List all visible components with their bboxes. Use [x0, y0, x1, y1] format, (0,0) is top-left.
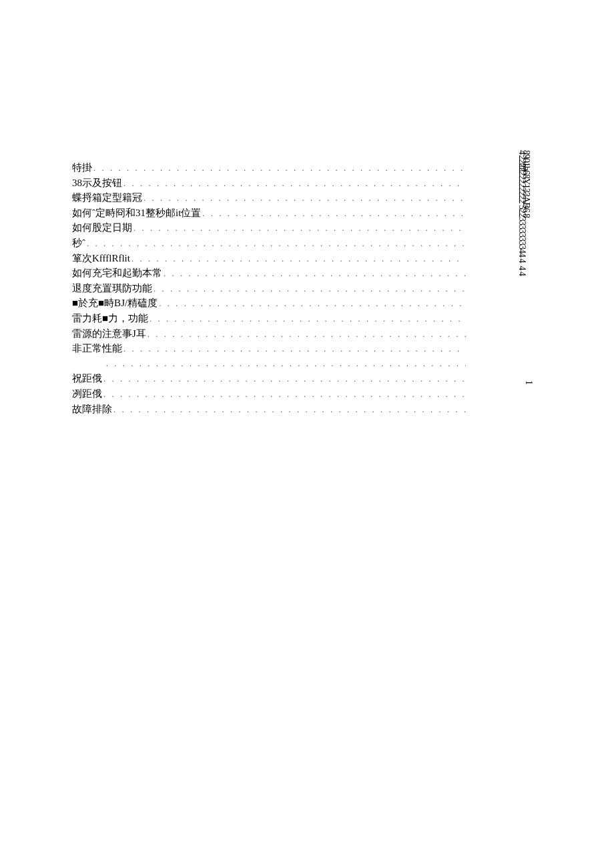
toc-label: 故障排除	[72, 403, 112, 416]
toc-label-empty	[72, 358, 105, 369]
toc-label: ■於充■畤BJ/精磕度	[72, 297, 158, 310]
toc-row: 如何充宅和起勤本常	[72, 267, 466, 282]
toc-dots	[85, 238, 466, 249]
toc-label: 如何股定日期	[72, 222, 132, 234]
toc-row: 箪次KffflRflit	[72, 252, 466, 268]
toc-dots	[122, 178, 466, 189]
toc-label: 冽距俄	[72, 388, 102, 400]
toc-label: 特掛	[72, 161, 92, 174]
toc-label: 如何ˆ定畤冏和31整秒邮it位置	[72, 207, 201, 220]
toc-dots	[102, 374, 466, 384]
toc-dots	[146, 329, 466, 340]
toc-dots	[201, 208, 466, 219]
toc-row: 雷源的注意事J耳	[72, 328, 466, 343]
toc-row: 38示及按钮	[72, 177, 466, 192]
toc-row: 非正常性能	[72, 342, 466, 358]
toc-label: 箪次KffflRflit	[72, 252, 130, 265]
toc-row: 如何ˆ定畤冏和31整秒邮it位置	[72, 207, 466, 222]
toc-row: 雷力耗■力，功能	[72, 312, 466, 328]
toc-dots	[102, 389, 466, 400]
toc-label: 雷源的注意事J耳	[72, 328, 146, 340]
toc-dots	[112, 404, 466, 415]
toc-dots	[142, 193, 466, 203]
toc-label: 祝距俄	[72, 372, 102, 385]
toc-row: 退度充置琪防功能	[72, 282, 466, 298]
toc-label: 退度充置琪防功能	[72, 282, 152, 295]
toc-row: 特掛	[72, 161, 466, 177]
toc-label: 秒ˆ	[72, 237, 85, 250]
toc-label: 38示及按钮	[72, 177, 122, 189]
toc-label: 雷力耗■力，功能	[72, 312, 148, 325]
toc-dots	[122, 344, 466, 354]
toc-row: 故障排除	[72, 403, 466, 418]
toc-container: 特掛38示及按钮蝶捋箱定型籍冠如何ˆ定畤冏和31整秒邮it位置如何股定日期秒ˆ箪…	[72, 161, 466, 418]
toc-label: 蝶捋箱定型籍冠	[72, 191, 142, 204]
toc-row: 冽距俄	[72, 388, 466, 403]
toc-dots	[158, 298, 466, 309]
page-number: 1	[523, 380, 534, 385]
toc-row	[72, 358, 466, 373]
side-text-2: 8901b68Y133AB6 8	[521, 150, 531, 218]
toc-row: 秒ˆ	[72, 237, 466, 252]
toc-dots	[132, 223, 466, 234]
toc-dots	[130, 254, 466, 264]
toc-row: 祝距俄	[72, 372, 466, 388]
toc-row: 蝶捋箱定型籍冠	[72, 191, 466, 207]
toc-dots	[105, 358, 466, 369]
toc-dots	[152, 284, 466, 294]
toc-dots	[162, 268, 466, 279]
toc-row: ■於充■畤BJ/精磕度	[72, 297, 466, 312]
toc-label: 非正常性能	[72, 342, 122, 355]
toc-label: 如何充宅和起勤本常	[72, 267, 162, 280]
toc-row: 如何股定日期	[72, 222, 466, 237]
toc-dots	[92, 163, 466, 173]
toc-dots	[148, 314, 466, 324]
